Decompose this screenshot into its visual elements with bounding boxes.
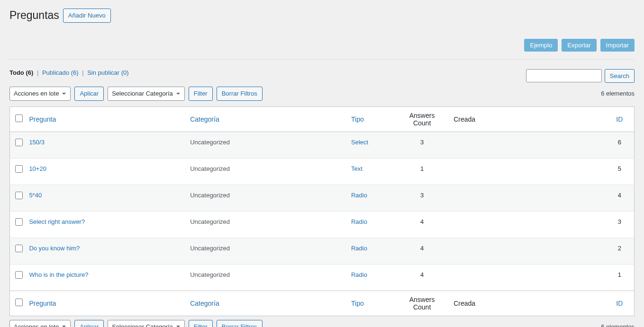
- items-count-bottom: 6 elementos: [601, 323, 635, 327]
- row-checkbox[interactable]: [15, 218, 23, 226]
- type-link[interactable]: Radio: [351, 218, 367, 225]
- type-link[interactable]: Radio: [351, 192, 367, 199]
- id-cell: 3: [605, 211, 635, 238]
- apply-button-bottom[interactable]: Aplicar: [74, 320, 104, 327]
- category-cell: Uncategorized: [185, 158, 346, 185]
- id-cell: 5: [605, 158, 635, 185]
- table-row: 5*40UncategorizedRadio34: [10, 185, 635, 211]
- column-category[interactable]: Categoría: [190, 115, 219, 123]
- category-select-label: Seleccionar Categoría: [112, 89, 173, 98]
- answers-cell: 4: [395, 238, 449, 264]
- clear-filters-button-bottom[interactable]: Borrar Filtros: [217, 320, 263, 327]
- row-checkbox[interactable]: [15, 271, 23, 279]
- column-id-footer[interactable]: ID: [616, 300, 623, 307]
- column-type-footer[interactable]: Tipo: [351, 300, 364, 307]
- table-row: Select right answer?UncategorizedRadio43: [10, 211, 635, 238]
- question-link[interactable]: Select right answer?: [29, 218, 85, 225]
- question-link[interactable]: 10+20: [29, 165, 46, 172]
- type-link[interactable]: Radio: [351, 245, 367, 252]
- column-question[interactable]: Pregunta: [29, 115, 56, 123]
- search-button[interactable]: Search: [605, 69, 635, 83]
- id-cell: 6: [605, 132, 635, 158]
- table-row: 150/3UncategorizedSelect36: [10, 132, 635, 158]
- category-cell: Uncategorized: [185, 132, 346, 158]
- chevron-down-icon: [62, 324, 66, 327]
- apply-button[interactable]: Aplicar: [74, 87, 104, 101]
- type-link[interactable]: Select: [351, 139, 368, 146]
- column-created: Creada: [449, 106, 605, 132]
- example-button[interactable]: Ejemplo: [524, 39, 558, 52]
- category-select-label: Seleccionar Categoría: [112, 322, 173, 327]
- question-link[interactable]: 150/3: [29, 139, 45, 146]
- filter-button-bottom[interactable]: Filter: [189, 320, 213, 327]
- divider: [9, 59, 635, 60]
- bulk-actions-label: Acciones en lote: [14, 89, 59, 98]
- questions-table: Pregunta Categoría Tipo Answers Count Cr…: [9, 106, 635, 316]
- question-link[interactable]: Who is in the picture?: [29, 271, 88, 278]
- row-checkbox[interactable]: [15, 192, 23, 199]
- separator: |: [35, 69, 40, 76]
- id-cell: 1: [605, 264, 635, 291]
- row-checkbox[interactable]: [15, 245, 23, 252]
- bulk-actions-label: Acciones en lote: [14, 322, 59, 327]
- category-select[interactable]: Seleccionar Categoría: [108, 87, 185, 101]
- created-cell: [449, 238, 605, 264]
- bulk-actions-select[interactable]: Acciones en lote: [9, 87, 71, 101]
- column-category-footer[interactable]: Categoría: [190, 300, 219, 307]
- answers-cell: 4: [395, 264, 449, 291]
- filter-published[interactable]: Publicado (6): [42, 69, 79, 76]
- created-cell: [449, 264, 605, 291]
- column-question-footer[interactable]: Pregunta: [29, 300, 56, 307]
- type-link[interactable]: Radio: [351, 271, 367, 278]
- answers-cell: 4: [395, 211, 449, 238]
- question-link[interactable]: Do you know him?: [29, 245, 80, 252]
- created-cell: [449, 132, 605, 158]
- category-cell: Uncategorized: [185, 238, 346, 264]
- column-created-footer: Creada: [449, 291, 605, 316]
- chevron-down-icon: [176, 91, 181, 96]
- view-filters: Todo (6) | Publicado (6) | Sin publicar …: [9, 69, 129, 76]
- row-checkbox[interactable]: [15, 139, 23, 146]
- table-row: Who is in the picture?UncategorizedRadio…: [10, 264, 635, 291]
- created-cell: [449, 185, 605, 211]
- export-button[interactable]: Exportar: [562, 39, 596, 52]
- category-cell: Uncategorized: [185, 185, 346, 211]
- answers-cell: 1: [395, 158, 449, 185]
- clear-filters-button[interactable]: Borrar Filtros: [217, 87, 263, 101]
- separator: |: [80, 69, 85, 76]
- table-row: Do you know him?UncategorizedRadio42: [10, 238, 635, 264]
- type-link[interactable]: Text: [351, 165, 363, 172]
- select-all-checkbox[interactable]: [15, 115, 23, 122]
- select-all-checkbox-bottom[interactable]: [15, 299, 23, 306]
- category-select-bottom[interactable]: Seleccionar Categoría: [108, 320, 185, 327]
- column-id[interactable]: ID: [616, 115, 623, 123]
- add-new-button[interactable]: Añadir Nuevo: [63, 9, 111, 23]
- category-cell: Uncategorized: [185, 264, 346, 291]
- created-cell: [449, 211, 605, 238]
- import-button[interactable]: Importar: [600, 39, 635, 52]
- page-title: Preguntas: [9, 9, 59, 22]
- column-type[interactable]: Tipo: [351, 115, 364, 123]
- id-cell: 4: [605, 185, 635, 211]
- items-count-top: 6 elementos: [601, 90, 635, 97]
- chevron-down-icon: [62, 91, 66, 96]
- column-answers-footer: Answers Count: [395, 291, 449, 316]
- id-cell: 2: [605, 238, 635, 264]
- question-link[interactable]: 5*40: [29, 192, 42, 199]
- filter-all[interactable]: Todo (6): [9, 69, 33, 76]
- filter-unpublished[interactable]: Sin publicar (0): [87, 69, 128, 76]
- bulk-actions-select-bottom[interactable]: Acciones en lote: [9, 320, 71, 327]
- answers-cell: 3: [395, 185, 449, 211]
- answers-cell: 3: [395, 132, 449, 158]
- filter-button[interactable]: Filter: [189, 87, 213, 101]
- created-cell: [449, 158, 605, 185]
- row-checkbox[interactable]: [15, 165, 23, 173]
- chevron-down-icon: [176, 324, 181, 327]
- category-cell: Uncategorized: [185, 211, 346, 238]
- search-input[interactable]: [526, 69, 602, 82]
- column-answers: Answers Count: [395, 106, 449, 132]
- table-row: 10+20UncategorizedText15: [10, 158, 635, 185]
